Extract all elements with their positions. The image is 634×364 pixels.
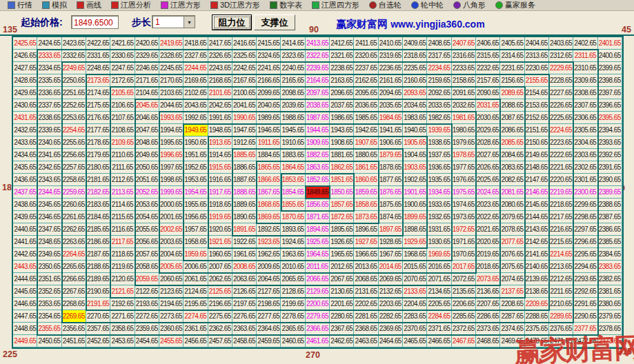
grid-cell[interactable]: 2253.65 bbox=[62, 112, 86, 124]
grid-cell[interactable]: 2152.65 bbox=[525, 112, 549, 124]
grid-cell[interactable]: 2240.65 bbox=[281, 62, 305, 74]
highlighted-price-cell[interactable]: 1949.65 bbox=[184, 124, 208, 136]
grid-cell[interactable]: 2347.65 bbox=[37, 223, 61, 236]
grid-cell[interactable]: 2128.65 bbox=[281, 285, 305, 298]
grid-cell[interactable]: 2049.65 bbox=[135, 149, 159, 161]
grid-cell[interactable]: 2260.65 bbox=[62, 199, 86, 211]
grid-cell[interactable]: 2129.65 bbox=[306, 285, 330, 298]
grid-cell[interactable]: 2439.65 bbox=[13, 211, 37, 223]
toolbar-item-wheel-in-wheel[interactable]: 轮中轮 bbox=[406, 0, 448, 10]
grid-cell[interactable]: 2091.65 bbox=[452, 87, 476, 99]
start-price-input[interactable] bbox=[71, 15, 119, 29]
grid-cell[interactable]: 2088.65 bbox=[500, 99, 524, 112]
grid-cell[interactable]: 2397.65 bbox=[598, 87, 622, 99]
grid-cell[interactable]: 2126.65 bbox=[232, 285, 257, 298]
grid-cell[interactable]: 1967.65 bbox=[379, 248, 403, 261]
grid-cell[interactable]: 2174.65 bbox=[86, 87, 110, 99]
grid-cell[interactable]: 1890.65 bbox=[232, 211, 257, 223]
grid-cell[interactable]: 1953.65 bbox=[184, 174, 208, 186]
grid-cell[interactable]: 2130.65 bbox=[330, 285, 354, 298]
grid-cell[interactable]: 2146.65 bbox=[525, 186, 549, 199]
resistance-button[interactable]: 阻力位 bbox=[212, 14, 252, 30]
grid-cell[interactable]: 1861.65 bbox=[354, 161, 378, 174]
grid-cell[interactable]: 2288.65 bbox=[525, 310, 549, 323]
grid-cell[interactable]: 2176.65 bbox=[86, 112, 110, 124]
chevron-down-icon[interactable]: ▼ bbox=[184, 17, 195, 28]
grid-cell[interactable]: 2361.65 bbox=[184, 323, 208, 335]
grid-cell[interactable]: 2463.65 bbox=[354, 335, 378, 347]
grid-cell[interactable]: 2275.65 bbox=[208, 310, 232, 323]
grid-cell[interactable]: 2255.65 bbox=[62, 136, 86, 149]
grid-cell[interactable]: 1921.65 bbox=[208, 236, 232, 248]
grid-cell[interactable]: 1975.65 bbox=[452, 186, 476, 199]
grid-cell[interactable]: 2119.65 bbox=[110, 261, 135, 273]
grid-cell[interactable]: 2343.65 bbox=[37, 174, 61, 186]
grid-cell[interactable]: 2408.65 bbox=[427, 37, 451, 50]
grid-cell[interactable]: 2289.65 bbox=[549, 310, 573, 323]
grid-cell[interactable]: 2037.65 bbox=[330, 99, 354, 112]
grid-cell[interactable]: 2434.65 bbox=[13, 149, 37, 161]
grid-cell[interactable]: 2257.65 bbox=[62, 161, 86, 174]
grid-cell[interactable]: 2061.65 bbox=[184, 273, 208, 285]
grid-cell[interactable]: 2265.65 bbox=[62, 261, 86, 273]
grid-cell[interactable]: 2358.65 bbox=[110, 323, 135, 335]
grid-cell[interactable]: 2206.65 bbox=[452, 298, 476, 310]
grid-cell[interactable]: 1859.65 bbox=[354, 186, 378, 199]
grid-cell[interactable]: 1885.65 bbox=[232, 149, 257, 161]
grid-cell[interactable]: 2204.65 bbox=[403, 298, 427, 310]
grid-cell[interactable]: 1870.65 bbox=[281, 211, 305, 223]
grid-cell[interactable]: 2155.65 bbox=[525, 74, 549, 87]
grid-cell[interactable]: 2364.65 bbox=[257, 323, 281, 335]
grid-cell[interactable]: 2110.65 bbox=[110, 149, 135, 161]
grid-cell[interactable]: 2099.65 bbox=[257, 87, 281, 99]
grid-cell[interactable]: 1910.65 bbox=[281, 136, 305, 149]
grid-cell[interactable]: 2123.65 bbox=[159, 285, 184, 298]
grid-cell[interactable]: 2306.65 bbox=[573, 112, 597, 124]
grid-cell[interactable]: 2172.65 bbox=[110, 74, 135, 87]
grid-cell[interactable]: 2456.65 bbox=[184, 335, 208, 347]
grid-cell[interactable]: 2349.65 bbox=[37, 248, 61, 261]
grid-cell[interactable]: 2346.65 bbox=[37, 211, 61, 223]
grid-cell[interactable]: 1875.65 bbox=[379, 199, 403, 211]
grid-cell[interactable]: 2407.65 bbox=[452, 37, 476, 50]
grid-cell[interactable]: 1857.65 bbox=[330, 199, 354, 211]
grid-cell[interactable]: 2133.65 bbox=[403, 285, 427, 298]
grid-cell[interactable]: 2068.65 bbox=[354, 273, 378, 285]
grid-cell[interactable]: 1920.65 bbox=[208, 223, 232, 236]
grid-cell[interactable]: 2104.65 bbox=[135, 87, 159, 99]
grid-cell[interactable]: 2304.65 bbox=[573, 136, 597, 149]
grid-cell[interactable]: 2144.65 bbox=[525, 211, 549, 223]
grid-cell[interactable]: 1882.65 bbox=[306, 149, 330, 161]
grid-cell[interactable]: 1909.65 bbox=[306, 136, 330, 149]
grid-cell[interactable]: 2291.65 bbox=[573, 298, 597, 310]
grid-cell[interactable]: 2414.65 bbox=[281, 37, 305, 50]
grid-cell[interactable]: 1853.65 bbox=[281, 174, 305, 186]
grid-cell[interactable]: 2072.65 bbox=[452, 273, 476, 285]
grid-cell[interactable]: 2258.65 bbox=[62, 174, 86, 186]
grid-cell[interactable]: 1957.65 bbox=[184, 223, 208, 236]
grid-cell[interactable]: 2222.65 bbox=[549, 149, 573, 161]
grid-cell[interactable]: 2338.65 bbox=[37, 112, 61, 124]
grid-cell[interactable]: 2280.65 bbox=[330, 310, 354, 323]
grid-cell[interactable]: 2424.65 bbox=[37, 37, 61, 50]
grid-cell[interactable]: 2114.65 bbox=[110, 199, 135, 211]
grid-cell[interactable]: 2333.65 bbox=[37, 50, 61, 62]
grid-cell[interactable]: 2303.65 bbox=[573, 149, 597, 161]
grid-cell[interactable]: 2328.65 bbox=[159, 50, 184, 62]
grid-cell[interactable]: 2342.65 bbox=[37, 161, 61, 174]
grid-cell[interactable]: 2043.65 bbox=[184, 99, 208, 112]
grid-cell[interactable]: 2003.65 bbox=[159, 236, 184, 248]
grid-cell[interactable]: 2281.65 bbox=[354, 310, 378, 323]
grid-cell[interactable]: 2138.65 bbox=[525, 285, 549, 298]
grid-cell[interactable]: 2077.65 bbox=[500, 236, 524, 248]
grid-cell[interactable]: 1970.65 bbox=[452, 248, 476, 261]
grid-cell[interactable]: 2085.65 bbox=[500, 136, 524, 149]
grid-cell[interactable]: 2400.65 bbox=[598, 50, 622, 62]
grid-cell[interactable]: 2151.65 bbox=[525, 124, 549, 136]
grid-cell[interactable]: 2211.65 bbox=[549, 285, 573, 298]
grid-cell[interactable]: 2405.65 bbox=[500, 37, 524, 50]
grid-cell[interactable]: 2250.65 bbox=[62, 74, 86, 87]
grid-cell[interactable]: 1986.65 bbox=[330, 112, 354, 124]
grid-cell[interactable]: 1982.65 bbox=[427, 112, 451, 124]
grid-cell[interactable]: 2237.65 bbox=[354, 62, 378, 74]
